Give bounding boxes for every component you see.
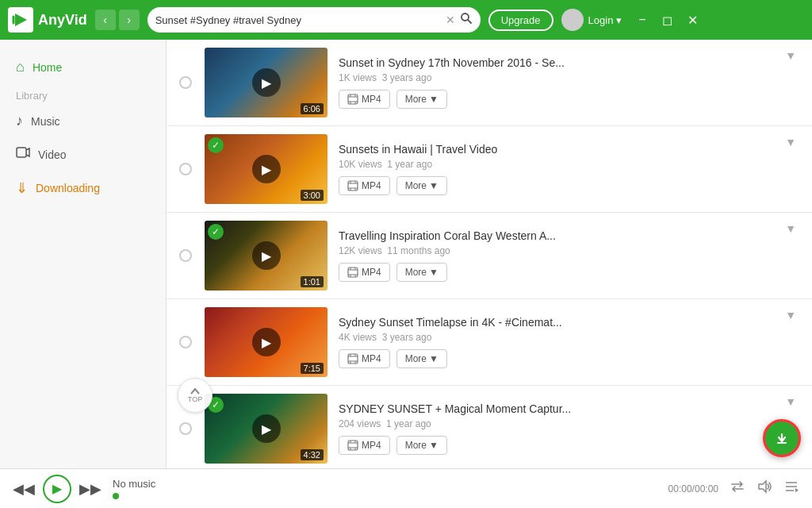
sidebar-item-home[interactable]: ⌂ Home <box>0 51 166 83</box>
check-badge: ✓ <box>208 137 224 153</box>
prev-button[interactable]: ◀◀ <box>13 480 35 498</box>
download-icon <box>772 429 791 448</box>
duration-badge: 6:06 <box>301 103 324 114</box>
download-fab-button[interactable] <box>763 419 801 457</box>
video-item: ✓ ▶ 4:32 SYDNEY SUNSET + Magical Moment … <box>167 386 812 468</box>
video-actions: MP4 More ▼ <box>339 436 769 455</box>
logo-icon <box>8 7 33 33</box>
expand-button[interactable]: ▼ <box>780 221 801 237</box>
play-overlay[interactable]: ▶ <box>252 68 281 97</box>
more-button[interactable]: More ▼ <box>396 349 447 368</box>
svg-marker-47 <box>795 488 799 492</box>
mp4-button[interactable]: MP4 <box>339 349 390 368</box>
checkbox-area <box>178 163 193 175</box>
film-icon <box>347 94 358 105</box>
video-item: ▶ 6:06 Sunset in Sydney 17th November 20… <box>167 40 812 126</box>
expand-button[interactable]: ▼ <box>780 307 801 323</box>
main-content: ⌂ Home Library ♪ Music Video ⇓ Downloadi… <box>0 40 812 468</box>
upgrade-button[interactable]: Upgrade <box>488 10 553 31</box>
sidebar-item-video[interactable]: Video <box>0 137 166 171</box>
search-input[interactable] <box>155 14 441 26</box>
expand-button[interactable]: ▼ <box>780 48 801 64</box>
video-item: ✓ ▶ 3:00 Sunsets in Hawaii | Travel Vide… <box>167 126 812 213</box>
video-info: Sydney Sunset Timelapse in 4K - #Cinemat… <box>339 316 769 368</box>
scroll-top-label: TOP <box>188 395 202 403</box>
back-button[interactable]: ‹ <box>95 10 116 30</box>
user-area[interactable]: Login ▾ <box>561 9 622 31</box>
expand-button[interactable]: ▼ <box>780 134 801 150</box>
video-info: SYDNEY SUNSET + Magical Moment Captur...… <box>339 402 769 455</box>
video-title[interactable]: Travelling Inspiration Coral Bay Western… <box>339 229 769 242</box>
video-actions: MP4 More ▼ <box>339 176 769 195</box>
scroll-to-top-button[interactable]: TOP <box>178 378 213 413</box>
playlist-button[interactable] <box>783 479 799 498</box>
expand-button[interactable]: ▼ <box>780 394 801 410</box>
mp4-button[interactable]: MP4 <box>339 176 390 195</box>
play-overlay[interactable]: ▶ <box>252 155 281 183</box>
video-meta: 12K views 11 months ago <box>339 245 769 256</box>
chevron-down-icon: ▼ <box>429 353 439 364</box>
video-item: ✓ ▶ 1:01 Travelling Inspiration Coral Ba… <box>167 213 812 299</box>
checkbox-area <box>178 422 193 435</box>
video-icon <box>16 145 30 164</box>
results-area[interactable]: ▶ 6:06 Sunset in Sydney 17th November 20… <box>167 40 812 468</box>
play-overlay[interactable]: ▶ <box>252 241 281 270</box>
forward-button[interactable]: › <box>119 10 140 30</box>
progress-dot <box>113 493 119 499</box>
mp4-button[interactable]: MP4 <box>339 263 390 282</box>
video-thumbnail[interactable]: ✓ ▶ 4:32 <box>205 394 327 464</box>
maximize-button[interactable]: ◻ <box>658 10 677 29</box>
next-button[interactable]: ▶▶ <box>79 480 102 498</box>
sidebar-home-label: Home <box>33 61 62 74</box>
video-meta: 204 views 1 year ago <box>339 418 769 429</box>
search-icon[interactable] <box>460 12 473 28</box>
video-info: Travelling Inspiration Coral Bay Western… <box>339 229 769 282</box>
repeat-button[interactable] <box>730 479 745 498</box>
svg-rect-12 <box>348 181 358 190</box>
sidebar-video-label: Video <box>38 148 67 161</box>
film-icon <box>347 267 358 278</box>
duration-badge: 1:01 <box>301 276 324 287</box>
duration-badge: 7:15 <box>301 363 324 374</box>
nav-buttons: ‹ › <box>95 10 140 30</box>
home-icon: ⌂ <box>16 59 25 75</box>
video-title[interactable]: Sunset in Sydney 17th November 2016 - Se… <box>339 56 769 69</box>
mp4-button[interactable]: MP4 <box>339 90 390 109</box>
more-button[interactable]: More ▼ <box>396 90 447 109</box>
svg-rect-33 <box>348 441 358 450</box>
film-icon <box>347 440 358 451</box>
video-thumbnail[interactable]: ▶ 6:06 <box>205 48 327 117</box>
sidebar: ⌂ Home Library ♪ Music Video ⇓ Downloadi… <box>0 40 167 468</box>
volume-button[interactable] <box>756 479 772 498</box>
video-thumbnail[interactable]: ▶ 7:15 <box>205 307 327 377</box>
play-overlay[interactable]: ▶ <box>252 414 281 443</box>
checkbox-area <box>178 249 193 262</box>
sidebar-item-downloading[interactable]: ⇓ Downloading <box>0 171 166 205</box>
title-bar: AnyVid ‹ › ✕ Upgrade Login ▾ − ◻ ✕ <box>0 0 812 40</box>
mp4-button[interactable]: MP4 <box>339 436 390 455</box>
window-controls: − ◻ ✕ <box>633 10 703 29</box>
minimize-button[interactable]: − <box>633 10 652 29</box>
svg-rect-19 <box>348 267 358 277</box>
video-thumbnail[interactable]: ✓ ▶ 3:00 <box>205 134 327 204</box>
play-overlay[interactable]: ▶ <box>252 328 281 356</box>
chevron-down-icon: ▼ <box>429 267 439 278</box>
close-button[interactable]: ✕ <box>684 10 703 29</box>
svg-line-3 <box>468 20 471 23</box>
video-thumbnail[interactable]: ✓ ▶ 1:01 <box>205 221 327 291</box>
now-playing-label: No music <box>113 478 657 490</box>
player-controls: ◀◀ ▶ ▶▶ <box>13 475 102 503</box>
video-title[interactable]: SYDNEY SUNSET + Magical Moment Captur... <box>339 402 769 415</box>
sidebar-music-label: Music <box>31 115 60 128</box>
play-pause-button[interactable]: ▶ <box>43 475 71 503</box>
clear-search-icon[interactable]: ✕ <box>446 13 455 26</box>
more-button[interactable]: More ▼ <box>396 436 447 455</box>
video-title[interactable]: Sydney Sunset Timelapse in 4K - #Cinemat… <box>339 316 769 329</box>
more-button[interactable]: More ▼ <box>396 176 447 195</box>
svg-marker-43 <box>759 481 766 492</box>
more-button[interactable]: More ▼ <box>396 263 447 282</box>
sidebar-item-music[interactable]: ♪ Music <box>0 105 166 137</box>
video-actions: MP4 More ▼ <box>339 90 769 109</box>
svg-rect-4 <box>17 148 26 157</box>
video-title[interactable]: Sunsets in Hawaii | Travel Video <box>339 143 769 156</box>
